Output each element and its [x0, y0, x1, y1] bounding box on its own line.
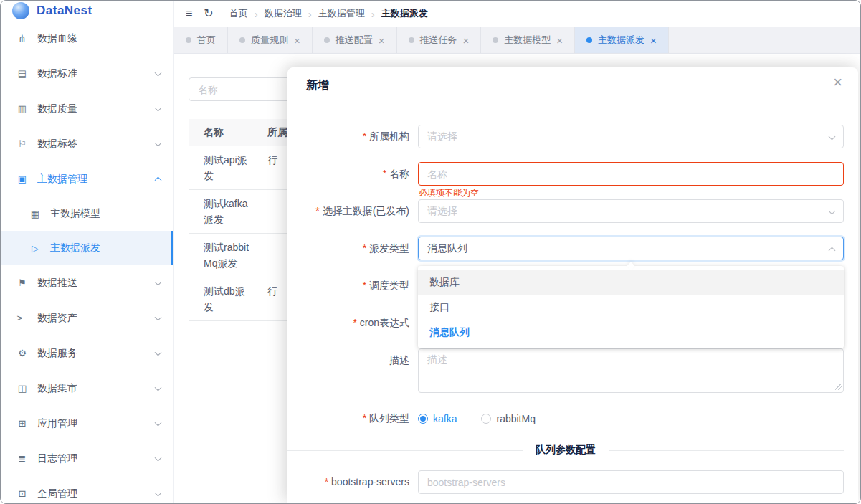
lineage-icon: ⋔ [15, 33, 29, 44]
section-divider: 队列参数配置 [287, 444, 844, 457]
services-icon: ⚙ [15, 348, 29, 358]
queue-type-radio-group: kafka rabbitMq [418, 406, 844, 430]
tab-dot [409, 37, 414, 43]
dispatch-icon: ▷ [28, 243, 42, 254]
tab-master-data-dispatch[interactable]: 主数据派发 × [575, 27, 669, 53]
schedule-type-label: 调度类型 [287, 274, 418, 298]
form-row-master-data: 选择主数据(已发布) 请选择 [287, 199, 858, 223]
tab-quality-rules[interactable]: 质量规则 × [228, 27, 313, 53]
refresh-icon[interactable]: ↻ [204, 8, 213, 19]
dispatch-type-label: 派发类型 [287, 237, 418, 260]
cell-name: 测试rabbitMq派发 [189, 234, 267, 277]
app-logo: DataNest [1, 1, 173, 21]
name-input[interactable] [418, 162, 844, 186]
breadcrumb-separator-icon: › [255, 8, 258, 20]
breadcrumb-current: 主数据派发 [381, 7, 428, 20]
tab-home[interactable]: 首页 [174, 27, 228, 53]
cell-name: 测试kafka派发 [189, 190, 267, 233]
dropdown-option-api[interactable]: 接口 [418, 295, 844, 320]
radio-kafka[interactable]: kafka [418, 413, 457, 424]
sidebar-item-data-lineage[interactable]: ⋔ 数据血缘 [1, 21, 173, 56]
push-icon: ⚑ [15, 277, 29, 288]
sidebar-item-data-services[interactable]: ⚙ 数据服务 [1, 336, 173, 371]
tags-icon: ⚐ [15, 138, 29, 149]
add-dispatch-modal: 新增 × 所属机构 请选择 名称 必填项不能为空 [287, 67, 858, 503]
section-title: 队列参数配置 [536, 444, 596, 457]
name-label: 名称 [287, 162, 418, 186]
sidebar-item-data-standards[interactable]: ▤ 数据标准 [1, 56, 173, 91]
tab-close-icon[interactable]: × [556, 35, 563, 46]
tab-close-icon[interactable]: × [463, 35, 470, 46]
form-row-description: 描述 [287, 348, 858, 393]
tab-bar: 首页 质量规则 × 推送配置 × 推送任务 × 主数据模型 × [174, 27, 860, 54]
tab-master-data-model[interactable]: 主数据模型 × [481, 27, 575, 53]
tab-close-icon[interactable]: × [650, 35, 657, 46]
bootstrap-servers-input[interactable] [418, 470, 844, 494]
tab-close-icon[interactable]: × [379, 35, 385, 46]
logs-icon: ≣ [15, 453, 29, 464]
resize-handle[interactable] [835, 384, 842, 390]
mart-icon: ◫ [15, 383, 29, 394]
dispatch-type-dropdown: 数据库 接口 消息队列 [418, 266, 844, 348]
radio-icon [481, 414, 491, 424]
queue-type-label: 队列类型 [287, 406, 418, 430]
form-row-dispatch-type: 派发类型 消息队列 数据库 接口 消息队列 [287, 237, 858, 260]
dropdown-option-message-queue[interactable]: 消息队列 [418, 320, 844, 345]
assets-icon: >_ [15, 313, 29, 323]
master-data-label: 选择主数据(已发布) [287, 199, 418, 223]
breadcrumb-home[interactable]: 首页 [229, 7, 248, 20]
sidebar-item-data-push[interactable]: ⚑ 数据推送 [1, 265, 173, 300]
column-header-name: 名称 [189, 126, 267, 139]
sidebar-item-data-quality[interactable]: ▥ 数据质量 [1, 91, 173, 126]
description-label: 描述 [287, 348, 418, 393]
name-error-message: 必填项不能为空 [419, 187, 479, 199]
sidebar-menu: ⋔ 数据血缘 ▤ 数据标准 ▥ 数据质量 ⚐ 数据标签 ▣ 主数据管理 [1, 21, 173, 504]
tab-dot [186, 37, 191, 43]
form-row-queue-type: 队列类型 kafka rabbitMq [287, 406, 858, 430]
description-textarea[interactable] [418, 348, 844, 393]
radio-rabbitmq[interactable]: rabbitMq [481, 413, 535, 424]
chevron-up-icon [829, 247, 836, 255]
sidebar-item-log-management[interactable]: ≣ 日志管理 [1, 441, 173, 476]
sidebar-item-master-data-dispatch[interactable]: ▷ 主数据派发 [1, 231, 173, 265]
cell-name: 测试db派发 [189, 277, 267, 320]
tab-dot [324, 37, 330, 43]
org-select[interactable]: 请选择 [418, 125, 844, 148]
sidebar-item-global-management[interactable]: ⊡ 全局管理 [1, 476, 173, 504]
app-window: DataNest ⋔ 数据血缘 ▤ 数据标准 ▥ 数据质量 ⚐ 数据标签 [0, 0, 861, 504]
topbar: ≡ ↻ 首页 › 数据治理 › 主数据管理 › 主数据派发 [174, 1, 860, 27]
tab-close-icon[interactable]: × [294, 35, 300, 46]
sidebar-item-data-assets[interactable]: >_ 数据资产 [1, 300, 173, 336]
tab-push-tasks[interactable]: 推送任务 × [397, 27, 482, 53]
logo-icon [12, 2, 29, 19]
breadcrumb-master-data-management[interactable]: 主数据管理 [318, 7, 365, 20]
breadcrumb-separator-icon: › [371, 8, 375, 20]
master-data-select[interactable]: 请选择 [418, 199, 844, 223]
sidebar-item-master-data-management[interactable]: ▣ 主数据管理 [1, 161, 173, 196]
bootstrap-servers-label: bootstrap-servers [287, 470, 418, 494]
form-row-org: 所属机构 请选择 [287, 125, 858, 148]
apps-icon: ⊞ [15, 418, 29, 429]
dispatch-type-select[interactable]: 消息队列 [418, 237, 844, 260]
tab-dot [239, 37, 245, 43]
sidebar-item-app-management[interactable]: ⊞ 应用管理 [1, 406, 173, 441]
breadcrumb-separator-icon: › [308, 8, 312, 20]
sidebar: DataNest ⋔ 数据血缘 ▤ 数据标准 ▥ 数据质量 ⚐ 数据标签 [1, 1, 174, 503]
breadcrumb-data-governance[interactable]: 数据治理 [265, 7, 302, 20]
add-dispatch-form: 所属机构 请选择 名称 必填项不能为空 选择主数据(已发布) [287, 125, 858, 494]
radio-icon [418, 414, 428, 424]
collapse-sidebar-icon[interactable]: ≡ [186, 8, 192, 19]
sidebar-item-data-tags[interactable]: ⚐ 数据标签 [1, 126, 173, 161]
dropdown-option-database[interactable]: 数据库 [418, 270, 844, 295]
tab-push-config[interactable]: 推送配置 × [313, 27, 397, 53]
close-icon[interactable]: × [833, 75, 842, 90]
standards-icon: ▤ [15, 68, 29, 79]
sidebar-item-master-data-model[interactable]: ▦ 主数据模型 [1, 196, 173, 231]
cron-label: cron表达式 [287, 311, 418, 335]
modal-title: 新增 [306, 79, 329, 91]
tab-dot [586, 37, 592, 43]
cell-name: 测试api派发 [189, 146, 267, 189]
breadcrumb: 首页 › 数据治理 › 主数据管理 › 主数据派发 [229, 7, 428, 20]
app-title: DataNest [37, 4, 92, 18]
sidebar-item-data-mart[interactable]: ◫ 数据集市 [1, 371, 173, 406]
